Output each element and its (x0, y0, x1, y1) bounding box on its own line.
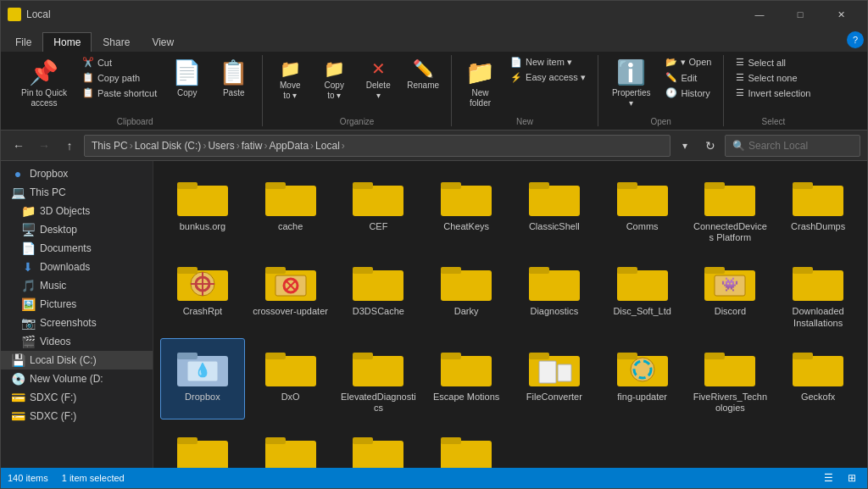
open-button[interactable]: 📂 ▾ Open (660, 55, 716, 69)
sidebar-item-documents[interactable]: 📄 Documents (1, 239, 153, 258)
sidebar-item-this-pc[interactable]: 💻 This PC (1, 183, 153, 202)
folder-crashdumps[interactable]: CrashDumps (776, 168, 860, 249)
path-segment-thispc[interactable]: This PC (92, 140, 128, 152)
folder-cache[interactable]: cache (248, 168, 333, 249)
select-none-button[interactable]: ☰ Select none (731, 70, 815, 85)
new-folder-button[interactable]: 📁 Newfolder (459, 55, 502, 112)
folder-cheatkeys[interactable]: CheatKeys (424, 168, 509, 249)
sidebar-item-local-disk-c[interactable]: 💾 Local Disk (C:) (1, 351, 153, 370)
tab-view[interactable]: View (141, 32, 185, 52)
sidebar-label-desktop: Desktop (40, 224, 77, 236)
back-button[interactable]: ← (8, 135, 30, 157)
folder-downloaded-installations[interactable]: Downloaded Installations (776, 253, 860, 334)
sidebar-item-new-volume-d[interactable]: 💿 New Volume (D: (1, 370, 153, 388)
up-button[interactable]: ↑ (58, 135, 81, 157)
folder-icon-cheatkeys (439, 174, 493, 218)
address-path[interactable]: This PC › Local Disk (C:) › Users › fati… (84, 135, 670, 157)
folder-fiverivers-tech[interactable]: FiveRivers_Technologies (688, 338, 773, 420)
tab-home[interactable]: Home (42, 32, 92, 52)
select-all-button[interactable]: ☰ Select all (731, 55, 815, 69)
grid-view-button[interactable]: ⊞ (843, 470, 860, 486)
folder-dropbox[interactable]: 💧 Dropbox (160, 338, 245, 420)
search-box[interactable]: 🔍 (725, 135, 860, 157)
folder-fing-updater[interactable]: fing-updater (600, 338, 685, 420)
path-segment-fatiw[interactable]: fatiw (242, 140, 263, 152)
new-item-button[interactable]: 📄 New item ▾ (505, 55, 591, 69)
folder-dxo[interactable]: DxO (248, 338, 333, 420)
folder-label-dropbox: Dropbox (185, 392, 220, 403)
copy-path-button[interactable]: 📋 Copy path (77, 70, 162, 85)
sidebar-item-videos[interactable]: 🎬 Videos (1, 332, 153, 351)
refresh-button[interactable]: ↻ (699, 135, 721, 157)
main-area: ● Dropbox 💻 This PC 📁 3D Objects 🖥️ Desk… (1, 161, 867, 468)
help-button[interactable]: ? (847, 31, 864, 48)
sidebar-item-sdxc-f-1[interactable]: 💳 SDXC (F:) (1, 388, 153, 407)
folder-elevated-diagnostics[interactable]: ElevatedDiagnostics (337, 338, 421, 420)
organize-group: 📁 Moveto ▾ 📁 Copyto ▾ ✕ Delete▾ ✏️ Renam… (263, 55, 452, 126)
folder-darky[interactable]: Darky (424, 253, 509, 334)
item-count: 140 items (8, 473, 48, 483)
folder-d3dscache[interactable]: D3DSCache (337, 253, 421, 334)
svg-rect-65 (177, 437, 198, 444)
svg-rect-61 (704, 353, 725, 359)
path-segment-local-disk[interactable]: Local Disk (C:) (135, 140, 202, 152)
folder-geckofx[interactable]: Geckofx (776, 338, 860, 420)
folder-disc-soft-ltd[interactable]: Disc_Soft_Ltd (600, 253, 685, 334)
delete-button[interactable]: ✕ Delete▾ (358, 55, 398, 104)
easy-access-button[interactable]: ⚡ Easy access ▾ (505, 70, 591, 85)
folder-row4-3[interactable] (337, 423, 421, 468)
folder-cef[interactable]: CEF (337, 168, 421, 249)
tab-share[interactable]: Share (92, 32, 141, 52)
folder-row4-4[interactable] (424, 423, 509, 468)
folder-row4-1[interactable] (160, 423, 245, 468)
cut-button[interactable]: ✂️ Cut (77, 55, 162, 69)
sidebar-item-sdxc-f-2[interactable]: 💳 SDXC (F:) (1, 407, 153, 425)
paste-button[interactable]: 📋 Paste (212, 55, 255, 102)
folder-crossover-updater[interactable]: crossover-updater (248, 253, 333, 334)
close-button[interactable]: ✕ (821, 1, 860, 28)
maximize-button[interactable]: □ (781, 1, 820, 28)
folder-comms[interactable]: Comms (600, 168, 685, 249)
folder-diagnostics[interactable]: Diagnostics (512, 253, 597, 334)
sidebar-item-dropbox[interactable]: ● Dropbox (1, 164, 153, 183)
folder-connecteddevicesplatform[interactable]: ConnectedDevices Platform (688, 168, 773, 249)
sidebar-item-music[interactable]: 🎵 Music (1, 276, 153, 295)
pin-to-quick-access-button[interactable]: 📌 Pin to Quickaccess (14, 55, 74, 112)
window-title: Local (26, 8, 51, 20)
folder-icon-comms (615, 174, 670, 218)
folder-crashrpt[interactable]: CrashRpt (160, 253, 245, 334)
invert-selection-button[interactable]: ☰ Invert selection (731, 86, 815, 100)
folder-escape-motions[interactable]: Escape Motions (424, 338, 509, 420)
edit-button[interactable]: ✏️ Edit (660, 70, 716, 85)
path-segment-users[interactable]: Users (208, 140, 234, 152)
tab-file[interactable]: File (4, 32, 42, 52)
folder-icon-dxo (264, 344, 318, 388)
minimize-button[interactable]: — (740, 1, 779, 28)
properties-button[interactable]: ℹ️ Properties▾ (605, 55, 658, 112)
forward-button[interactable]: → (33, 135, 55, 157)
sidebar-item-downloads[interactable]: ⬇ Downloads (1, 258, 153, 276)
path-dropdown-button[interactable]: ▾ (674, 135, 696, 157)
list-view-button[interactable]: ☰ (820, 470, 837, 486)
folder-row4-2[interactable] (248, 423, 333, 468)
folder-classicshell[interactable]: ClassicShell (512, 168, 597, 249)
folder-discord[interactable]: 👾 Discord (688, 253, 773, 334)
sidebar-item-pictures[interactable]: 🖼️ Pictures (1, 295, 153, 314)
rename-button[interactable]: ✏️ Rename (402, 55, 444, 94)
folder-fileconverter[interactable]: FileConverter (512, 338, 597, 420)
copy-to-button[interactable]: 📁 Copyto ▾ (314, 55, 354, 104)
file-scroll[interactable]: bunkus.org cache C (153, 161, 867, 468)
sidebar-item-screenshots[interactable]: 📷 Screenshots (1, 314, 153, 332)
history-button[interactable]: 🕐 History (660, 86, 716, 100)
copy-button[interactable]: 📄 Copy (165, 55, 209, 102)
sidebar-item-3d-objects[interactable]: 📁 3D Objects (1, 202, 153, 220)
folder-bunkus[interactable]: bunkus.org (160, 168, 245, 249)
svg-rect-37 (704, 267, 725, 274)
path-segment-appdata[interactable]: AppData (269, 140, 309, 152)
sidebar-item-desktop[interactable]: 🖥️ Desktop (1, 220, 153, 239)
search-input[interactable] (748, 140, 853, 152)
select-all-icon: ☰ (736, 57, 744, 68)
paste-shortcut-button[interactable]: 📋 Paste shortcut (77, 86, 162, 100)
path-segment-local[interactable]: Local (315, 140, 340, 152)
move-to-button[interactable]: 📁 Moveto ▾ (270, 55, 310, 104)
